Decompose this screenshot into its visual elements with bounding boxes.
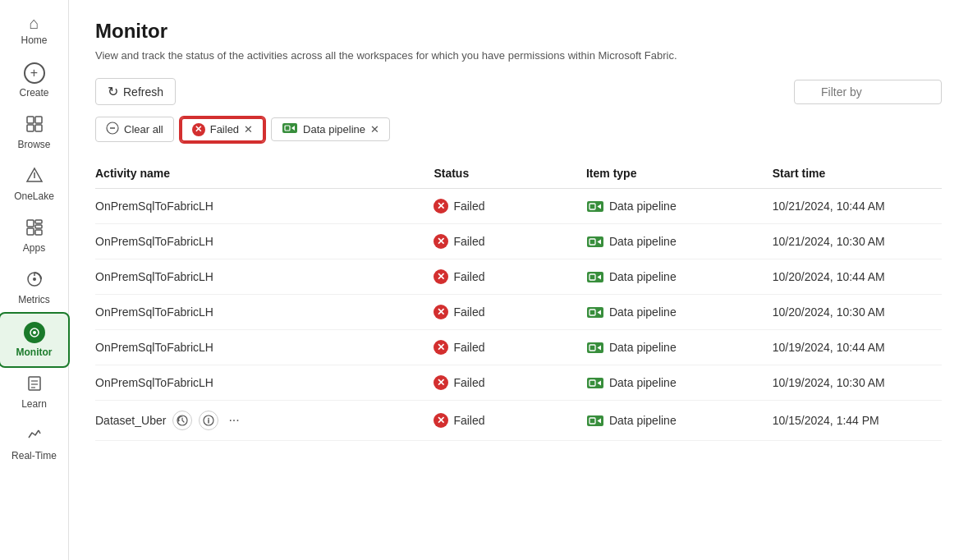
pipeline-chip-close[interactable]: ✕ [370, 123, 379, 135]
item-type-cell: Data pipeline [586, 305, 763, 319]
monitor-table: Activity name Status Item type Start tim… [95, 158, 942, 441]
cell-activity-name: OnPremSqlToFabricLH [95, 295, 434, 330]
sidebar-item-browse[interactable]: Browse [0, 107, 68, 158]
cell-status: ✕ Failed [434, 224, 586, 259]
cell-start-time: 10/19/2024, 10:44 AM [773, 330, 942, 365]
failed-icon: ✕ [434, 234, 448, 249]
svg-marker-44 [178, 419, 180, 422]
start-time-text: 10/15/2024, 1:44 PM [773, 414, 879, 427]
row-info-button[interactable] [199, 411, 218, 430]
realtime-icon [25, 426, 44, 447]
sidebar-item-apps[interactable]: Apps [0, 210, 68, 262]
onelake-icon [25, 167, 44, 187]
refresh-icon: ↻ [108, 84, 118, 99]
sidebar-item-metrics[interactable]: Metrics [0, 262, 68, 314]
item-type-cell: Data pipeline [586, 200, 763, 213]
sidebar-label-realtime: Real-Time [11, 450, 57, 461]
pipeline-chip[interactable]: Data pipeline ✕ [271, 117, 390, 141]
svg-rect-3 [35, 125, 42, 131]
pipeline-icon [586, 306, 604, 319]
svg-point-12 [33, 278, 36, 281]
table-body: OnPremSqlToFabricLH ✕ Failed Data pipeli… [95, 189, 942, 441]
filter-input[interactable] [794, 80, 942, 104]
pipeline-chip-icon [282, 122, 298, 136]
failed-chip-close[interactable]: ✕ [244, 123, 253, 135]
col-activity-name: Activity name [95, 158, 434, 189]
start-time-text: 10/19/2024, 10:44 AM [773, 341, 885, 354]
cell-status: ✕ Failed [434, 189, 586, 224]
cell-item-type: Data pipeline [586, 189, 773, 224]
cell-status: ✕ Failed [434, 365, 586, 401]
svg-rect-7 [35, 220, 42, 223]
status-text: Failed [453, 414, 484, 427]
status-text: Failed [453, 341, 484, 354]
start-time-text: 10/21/2024, 10:30 AM [773, 235, 885, 248]
item-type-text: Data pipeline [609, 235, 677, 248]
activity-name-text: OnPremSqlToFabricLH [95, 270, 213, 283]
cell-activity-name: OnPremSqlToFabricLH [95, 189, 434, 224]
cell-activity-name: OnPremSqlToFabricLH [95, 365, 434, 401]
activity-name-text: OnPremSqlToFabricLH [95, 200, 213, 213]
failed-icon: ✕ [434, 340, 448, 355]
refresh-button[interactable]: ↻ Refresh [95, 78, 176, 105]
cell-status: ✕ Failed [434, 330, 586, 365]
sidebar-item-realtime[interactable]: Real-Time [0, 418, 68, 470]
col-start-time: Start time [773, 158, 942, 189]
pipeline-icon [586, 415, 604, 427]
status-failed: ✕ Failed [434, 375, 576, 390]
clear-all-icon [106, 122, 119, 137]
status-text: Failed [453, 376, 484, 389]
cell-item-type: Data pipeline [586, 401, 773, 441]
monitor-icon [24, 322, 45, 343]
failed-chip[interactable]: ✕ Failed ✕ [181, 117, 264, 142]
sidebar: ⌂ Home + Create Browse OneLake Apps Metr… [0, 0, 69, 560]
table-row: OnPremSqlToFabricLH ✕ Failed Data pipeli… [95, 365, 942, 401]
col-item-type: Item type [586, 158, 773, 189]
clear-all-chip[interactable]: Clear all [95, 117, 174, 142]
sidebar-item-onelake[interactable]: OneLake [0, 158, 68, 210]
filter-bar: 🔍 [794, 80, 942, 104]
clear-all-label: Clear all [124, 123, 163, 135]
item-type-cell: Data pipeline [586, 341, 763, 354]
cell-status: ✕ Failed [434, 259, 586, 295]
toolbar: ↻ Refresh 🔍 [95, 78, 942, 105]
cell-activity-name: OnPremSqlToFabricLH [95, 224, 434, 259]
row-history-button[interactable] [172, 411, 192, 430]
sidebar-item-learn[interactable]: Learn [0, 366, 68, 418]
item-type-cell: Data pipeline [586, 376, 763, 389]
failed-chip-label: Failed [210, 123, 239, 135]
activity-name-text: OnPremSqlToFabricLH [95, 305, 213, 319]
row-more-button[interactable]: ··· [225, 411, 242, 429]
pipeline-chip-label: Data pipeline [303, 123, 365, 135]
cell-status: ✕ Failed [434, 295, 586, 330]
page-title: Monitor [95, 20, 942, 43]
cell-item-type: Data pipeline [586, 295, 773, 330]
failed-icon: ✕ [434, 413, 448, 428]
item-type-text: Data pipeline [609, 376, 677, 389]
cell-start-time: 10/19/2024, 10:30 AM [773, 365, 942, 401]
cell-item-type: Data pipeline [586, 259, 773, 295]
cell-activity-name: OnPremSqlToFabricLH [95, 330, 434, 365]
cell-start-time: 10/21/2024, 10:44 AM [773, 189, 942, 224]
table-row: OnPremSqlToFabricLH ✕ Failed Data pipeli… [95, 189, 942, 224]
svg-rect-6 [27, 220, 34, 227]
sidebar-label-home: Home [21, 34, 47, 46]
cell-activity-name: OnPremSqlToFabricLH [95, 259, 434, 295]
status-text: Failed [453, 305, 484, 319]
svg-rect-1 [35, 117, 42, 123]
item-type-text: Data pipeline [609, 305, 677, 319]
status-failed: ✕ Failed [434, 269, 576, 284]
pipeline-icon [586, 342, 604, 354]
sidebar-item-monitor[interactable]: Monitor [0, 314, 68, 366]
sidebar-label-learn: Learn [21, 398, 47, 410]
status-failed: ✕ Failed [434, 340, 576, 355]
svg-rect-0 [27, 117, 34, 123]
failed-icon: ✕ [434, 375, 448, 390]
svg-rect-16 [29, 377, 40, 390]
sidebar-label-onelake: OneLake [14, 190, 54, 202]
cell-activity-name: Dataset_Uber ··· [95, 401, 434, 441]
sidebar-item-create[interactable]: + Create [0, 54, 68, 107]
failed-icon: ✕ [434, 269, 448, 284]
sidebar-item-home[interactable]: ⌂ Home [0, 7, 68, 54]
item-type-text: Data pipeline [609, 414, 677, 427]
